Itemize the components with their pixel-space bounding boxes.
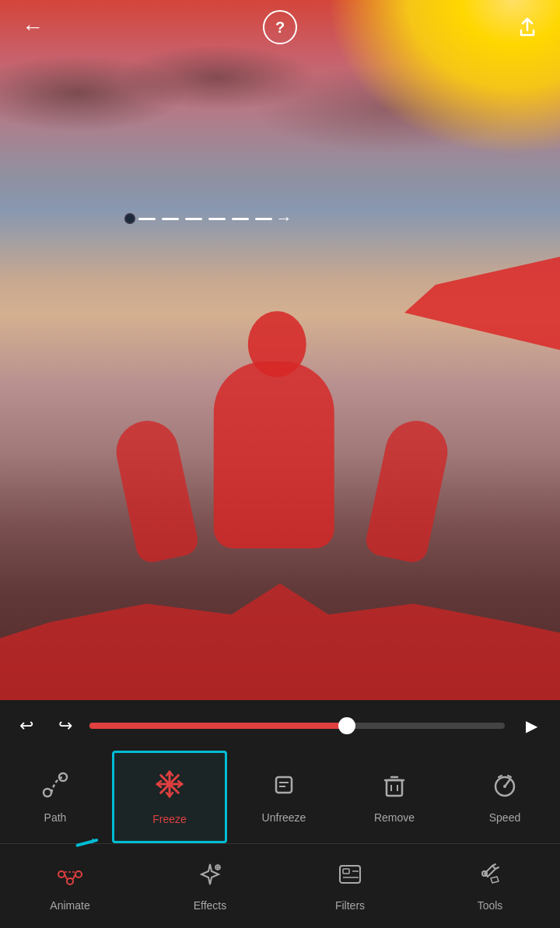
effects-label: Effects xyxy=(194,899,227,912)
tool-filters[interactable]: Filters xyxy=(280,861,420,912)
freeze-label: Freeze xyxy=(152,813,187,825)
red-person-torso xyxy=(214,362,334,548)
motion-dash-3 xyxy=(185,218,202,220)
progress-fill xyxy=(89,723,347,729)
timeline-area: ↩ ↪ ▶ xyxy=(0,700,560,751)
svg-point-24 xyxy=(58,871,65,877)
svg-point-23 xyxy=(503,785,506,788)
speed-label: Speed xyxy=(489,811,520,824)
progress-bar[interactable] xyxy=(89,723,505,729)
svg-line-36 xyxy=(492,864,495,866)
svg-point-26 xyxy=(75,871,82,877)
top-bar: ← ? xyxy=(0,0,560,54)
image-area: → xyxy=(0,0,560,700)
tool-effects[interactable]: Effects xyxy=(140,861,280,912)
unfreeze-label: Unfreeze xyxy=(262,811,306,824)
red-mountain-base xyxy=(0,545,560,700)
remove-icon xyxy=(380,771,408,805)
red-overlay xyxy=(0,0,560,700)
motion-dash-5 xyxy=(232,218,249,220)
red-person-head xyxy=(248,311,306,377)
undo-button[interactable]: ↩ xyxy=(12,711,41,741)
play-button[interactable]: ▶ xyxy=(514,709,548,743)
motion-dash-1 xyxy=(138,218,156,220)
tools-icon xyxy=(477,861,503,893)
tool-tools[interactable]: Tools xyxy=(420,861,560,912)
tools-label: Tools xyxy=(478,899,503,912)
effects-icon xyxy=(197,861,223,893)
help-label: ? xyxy=(275,19,285,37)
filters-icon xyxy=(337,861,363,893)
svg-rect-31 xyxy=(340,866,360,883)
path-label: Path xyxy=(44,811,67,824)
motion-dash-4 xyxy=(208,218,226,220)
red-arm-right xyxy=(363,415,453,566)
motion-dash-6 xyxy=(255,218,272,220)
help-button[interactable]: ? xyxy=(263,10,297,44)
motion-dash-2 xyxy=(162,218,179,220)
animate-icon xyxy=(57,861,83,893)
svg-line-27 xyxy=(65,874,67,879)
motion-path: → xyxy=(124,210,292,227)
redo-button[interactable]: ↪ xyxy=(51,711,80,741)
tool-animate[interactable]: Animate xyxy=(0,861,140,912)
back-button[interactable]: ← xyxy=(16,10,50,44)
tool-speed[interactable]: Speed xyxy=(450,751,560,843)
motion-dashes xyxy=(138,218,272,220)
svg-point-25 xyxy=(67,878,73,884)
tool-freeze[interactable]: Freeze xyxy=(112,751,227,843)
animate-label: Animate xyxy=(50,899,89,912)
share-button[interactable] xyxy=(510,10,544,44)
svg-line-28 xyxy=(73,874,75,879)
tool-unfreeze[interactable]: Unfreeze xyxy=(229,751,339,843)
red-arm-left xyxy=(110,415,201,566)
freeze-icon xyxy=(154,769,185,807)
motion-arrow: → xyxy=(275,210,292,227)
motion-start-dot xyxy=(124,213,135,224)
svg-rect-17 xyxy=(387,780,402,796)
svg-rect-14 xyxy=(276,777,292,793)
svg-line-37 xyxy=(495,867,499,869)
tool-remove[interactable]: Remove xyxy=(339,751,450,843)
svg-rect-32 xyxy=(343,869,349,874)
filters-label: Filters xyxy=(335,899,365,912)
progress-thumb[interactable] xyxy=(338,717,355,734)
svg-point-0 xyxy=(44,789,51,797)
unfreeze-icon xyxy=(270,771,298,805)
path-icon xyxy=(41,771,69,805)
speed-icon xyxy=(491,771,519,805)
remove-label: Remove xyxy=(374,811,415,824)
